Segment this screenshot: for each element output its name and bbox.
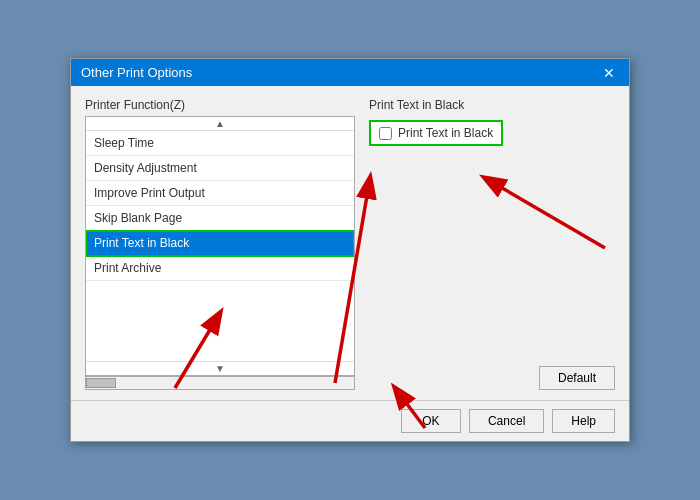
checkbox-area: Print Text in Black	[369, 120, 503, 146]
close-button[interactable]: ✕	[599, 66, 619, 80]
help-button[interactable]: Help	[552, 409, 615, 433]
printer-function-label: Printer Function(Z)	[85, 98, 355, 112]
right-panel: Print Text in Black Print Text in Black …	[369, 98, 615, 390]
horizontal-scrollbar[interactable]	[85, 376, 355, 390]
title-bar: Other Print Options ✕	[71, 59, 629, 86]
main-content: Printer Function(Z) ▲ Sleep Time Density…	[85, 98, 615, 390]
dialog-footer: OK Cancel Help	[71, 400, 629, 441]
list-item[interactable]: Print Archive	[86, 256, 354, 281]
scroll-down-indicator: ▼	[86, 361, 354, 375]
default-button[interactable]: Default	[539, 366, 615, 390]
list-item[interactable]: Improve Print Output	[86, 181, 354, 206]
print-text-black-checkbox[interactable]	[379, 127, 392, 140]
dialog-title: Other Print Options	[81, 65, 192, 80]
cancel-button[interactable]: Cancel	[469, 409, 544, 433]
dialog: Other Print Options ✕ Printer Function(Z…	[70, 58, 630, 442]
list-item-selected[interactable]: Print Text in Black	[86, 231, 354, 256]
section-label: Print Text in Black	[369, 98, 615, 112]
list-item[interactable]: Skip Blank Page	[86, 206, 354, 231]
dialog-body: Printer Function(Z) ▲ Sleep Time Density…	[71, 86, 629, 400]
checkbox-label: Print Text in Black	[398, 126, 493, 140]
default-btn-row: Default	[369, 358, 615, 390]
list-item[interactable]: Density Adjustment	[86, 156, 354, 181]
list-item[interactable]: Sleep Time	[86, 131, 354, 156]
scrollbar-track	[86, 377, 354, 389]
list-box[interactable]: ▲ Sleep Time Density Adjustment Improve …	[85, 116, 355, 376]
left-panel: Printer Function(Z) ▲ Sleep Time Density…	[85, 98, 355, 390]
scroll-up-indicator: ▲	[86, 117, 354, 131]
ok-button[interactable]: OK	[401, 409, 461, 433]
scrollbar-thumb[interactable]	[86, 378, 116, 388]
